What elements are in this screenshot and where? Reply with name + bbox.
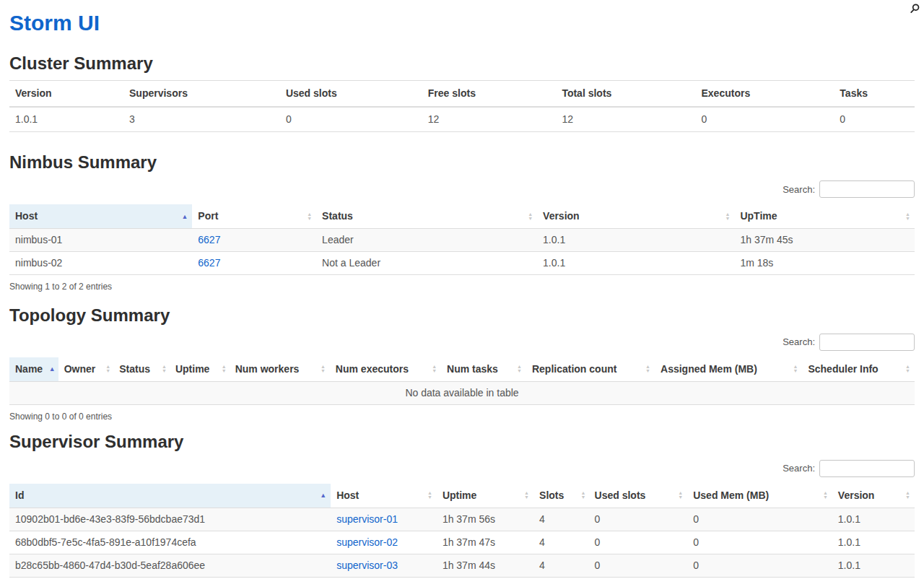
empty-table-message: No data available in table [9,381,915,404]
col-header-executors: Executors [696,81,834,108]
supervisor-search-label: Search: [783,463,815,474]
sort-both-icon: ▲▼ [678,491,683,500]
cell-version: 1.0.1 [9,107,123,132]
topology-header-row: Name ▲ Owner ▲▼ Status ▲▼ Uptime ▲▼ [9,357,915,382]
cluster-header-row: Version Supervisors Used slots Free slot… [9,81,915,108]
cell-uptime: 1h 37m 47s [437,531,533,554]
topology-summary-section: Topology Summary Search: Name ▲ Owner [9,305,915,422]
col-header-num-executors[interactable]: Num executors ▲▼ [330,357,441,382]
cell-slots: 4 [533,531,588,554]
cell-version: 1.0.1 [537,229,734,252]
sort-both-icon: ▲▼ [321,365,326,373]
col-header-version[interactable]: Version ▲▼ [832,484,915,508]
col-header-host[interactable]: Host ▲▼ [331,484,437,508]
cell-used-slots: 0 [589,531,688,554]
port-link[interactable]: 6627 [198,257,220,269]
col-header-uptime[interactable]: Uptime ▲▼ [437,484,533,508]
sort-both-icon: ▲▼ [162,365,167,373]
topology-search-bar: Search: [9,333,915,352]
cell-status: Leader [316,229,537,252]
col-header-assigned-mem[interactable]: Assigned Mem (MB) ▲▼ [655,357,802,382]
cell-used-mem: 0 [687,508,832,531]
port-link[interactable]: 6627 [198,234,220,245]
supervisor-host-link[interactable]: supervisor-02 [336,536,398,548]
col-header-used-mem[interactable]: Used Mem (MB) ▲▼ [687,484,832,508]
cell-id: 10902b01-bd6e-43e3-83f9-56bdcbae73d1 [9,508,331,531]
col-header-port[interactable]: Port ▲▼ [192,204,316,229]
col-header-owner[interactable]: Owner ▲▼ [58,357,113,382]
col-header-num-tasks[interactable]: Num tasks ▲▼ [441,357,526,382]
supervisor-summary-section: Supervisor Summary Search: Id ▲ Host ▲▼ [9,432,915,579]
empty-row: No data available in table [9,381,915,404]
supervisor-search-bar: Search: [9,459,915,478]
col-header-id[interactable]: Id ▲ [9,484,331,508]
table-row: nimbus-02 6627 Not a Leader 1.0.1 1m 18s [9,252,915,275]
cell-version: 1.0.1 [832,554,915,577]
col-header-slots[interactable]: Slots ▲▼ [533,484,588,508]
cell-executors: 0 [696,107,834,132]
col-header-name[interactable]: Name ▲ [9,357,58,382]
cell-id: 68b0dbf5-7e5c-4fa5-891e-a10f1974cefa [9,531,331,554]
cell-host: supervisor-03 [331,554,437,577]
cell-port: 6627 [192,229,316,252]
sort-both-icon: ▲▼ [905,212,910,221]
cell-host: nimbus-02 [9,252,192,275]
page-title[interactable]: Storm UI [9,11,100,36]
col-header-scheduler-info[interactable]: Scheduler Info ▲▼ [802,357,915,382]
col-header-replication-count[interactable]: Replication count ▲▼ [526,357,655,382]
sort-both-icon: ▲▼ [581,491,586,500]
col-header-tasks: Tasks [834,81,915,108]
cell-uptime: 1m 18s [734,252,915,275]
col-header-version[interactable]: Version ▲▼ [537,204,734,229]
col-header-total-slots: Total slots [556,81,695,108]
topology-search-input[interactable] [819,334,915,351]
cell-uptime: 1h 37m 44s [437,554,533,577]
col-header-uptime[interactable]: UpTime ▲▼ [734,204,915,229]
cell-tasks: 0 [834,107,915,132]
sort-both-icon: ▲▼ [517,365,522,373]
cell-used-slots: 0 [280,107,422,132]
cell-host: supervisor-01 [331,508,437,531]
supervisor-summary-table: Id ▲ Host ▲▼ Uptime ▲▼ Slots ▲▼ [9,484,915,578]
col-header-host[interactable]: Host ▲ [9,204,192,229]
table-row: b28c65bb-4860-47d4-b30d-5eaf28a606ee sup… [9,554,915,577]
cluster-summary-heading: Cluster Summary [9,53,915,74]
sort-both-icon: ▲▼ [307,212,312,221]
sort-both-icon: ▲▼ [432,365,437,373]
nimbus-search-input[interactable] [819,180,915,198]
topology-summary-heading: Topology Summary [9,305,915,326]
nimbus-entries-info: Showing 1 to 2 of 2 entries [9,282,915,292]
topology-search-label: Search: [783,336,815,347]
cell-port: 6627 [192,252,316,275]
cell-used-mem: 0 [687,531,832,554]
sort-both-icon: ▲▼ [427,491,432,500]
col-header-used-slots[interactable]: Used slots ▲▼ [589,484,688,508]
cell-used-slots: 0 [589,554,688,577]
cell-host: supervisor-02 [331,531,437,554]
search-icon[interactable] [910,4,920,14]
cell-supervisors: 3 [123,107,280,132]
col-header-status[interactable]: Status ▲▼ [113,357,170,382]
cell-uptime: 1h 37m 56s [437,508,533,531]
cell-host: nimbus-01 [9,229,192,252]
col-header-supervisors: Supervisors [123,81,280,108]
table-row: 68b0dbf5-7e5c-4fa5-891e-a10f1974cefa sup… [9,531,915,554]
sort-both-icon: ▲▼ [528,212,533,221]
cell-id: b28c65bb-4860-47d4-b30d-5eaf28a606ee [9,554,331,577]
supervisor-header-row: Id ▲ Host ▲▼ Uptime ▲▼ Slots ▲▼ [9,484,915,508]
col-header-status[interactable]: Status ▲▼ [316,204,537,229]
cell-version: 1.0.1 [537,252,734,275]
main-content: Storm UI Cluster Summary Version Supervi… [0,4,924,579]
sort-both-icon: ▲▼ [823,491,828,500]
supervisor-host-link[interactable]: supervisor-01 [336,513,398,525]
supervisor-search-input[interactable] [819,460,915,477]
col-header-num-workers[interactable]: Num workers ▲▼ [230,357,330,382]
col-header-free-slots: Free slots [422,81,557,108]
cell-slots: 4 [533,508,588,531]
col-header-uptime[interactable]: Uptime ▲▼ [170,357,230,382]
supervisor-host-link[interactable]: supervisor-03 [336,560,398,571]
cell-version: 1.0.1 [832,508,915,531]
cell-version: 1.0.1 [832,531,915,554]
table-row: nimbus-01 6627 Leader 1.0.1 1h 37m 45s [9,229,915,252]
sort-both-icon: ▲▼ [524,491,529,500]
